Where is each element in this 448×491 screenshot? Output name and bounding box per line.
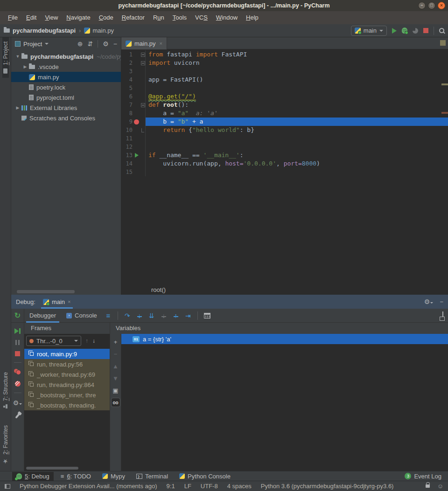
tree-item-poetry-lock[interactable]: poetry.lock [11, 82, 121, 92]
debug-button[interactable] [402, 28, 407, 34]
breakpoint-icon[interactable] [134, 119, 139, 124]
code-line-8[interactable]: 8 a = "a" a: 'a' [121, 109, 448, 118]
tree-item-vscode[interactable]: ▶.vscode [11, 62, 121, 72]
breakpoint-stripe-mark[interactable] [441, 112, 448, 114]
stop-program-icon[interactable] [15, 351, 20, 356]
menu-navigate[interactable]: Navigate [62, 11, 94, 24]
tree-item-pyproject-toml[interactable]: pyproject.toml [11, 92, 121, 103]
breadcrumb-function[interactable]: root() [151, 286, 166, 293]
frame-row[interactable]: _bootstrap_inner, thre [24, 390, 110, 400]
status-segment-0[interactable]: 9:1 [167, 483, 175, 490]
stripe-tab-1-project[interactable]: 1: Project [2, 37, 9, 78]
run-configuration-select[interactable]: main [351, 26, 387, 36]
editor-tab-main-py[interactable]: main.py × [121, 37, 167, 49]
fold-icon[interactable] [141, 103, 145, 107]
chevron-down-icon[interactable] [45, 43, 49, 45]
menu-refactor[interactable]: Refactor [118, 11, 149, 24]
variable-row[interactable]: 01a = {str} 'a' [121, 334, 448, 344]
hide-panel-icon[interactable]: − [440, 298, 443, 305]
tree-item-scratches-and-consoles[interactable]: Scratches and Consoles [11, 113, 121, 123]
horizontal-scrollbar[interactable] [17, 290, 75, 293]
tree-item-external-libraries[interactable]: ▶External Libraries [11, 103, 121, 113]
close-icon[interactable]: × [160, 41, 162, 46]
menu-vcs[interactable]: VCS [191, 11, 212, 24]
minimize-button[interactable]: − [418, 2, 426, 9]
menu-window[interactable]: Window [212, 11, 242, 24]
menu-help[interactable]: Help [242, 11, 263, 24]
debug-tab-console[interactable]: ›Console [61, 309, 102, 323]
resume-program-icon[interactable] [14, 328, 21, 334]
breadcrumb-file[interactable]: main.py [92, 27, 114, 34]
lock-icon[interactable] [426, 484, 430, 488]
fold-icon[interactable] [141, 53, 145, 57]
maximize-button[interactable]: □ [428, 2, 435, 9]
pin-tab-icon[interactable] [15, 413, 20, 419]
evaluate-expression-icon[interactable] [204, 313, 210, 318]
inspections-level-icon[interactable]: ☺ [437, 483, 443, 490]
analysis-status-indicator[interactable] [440, 40, 446, 46]
toolwindow-tab-terminal[interactable]: ❯Terminal [132, 472, 172, 481]
tree-item-pycharmdebugfastapi[interactable]: ▼pycharmdebugfastapi~/code/pycharmdebugf… [11, 51, 121, 62]
stop-button[interactable] [423, 28, 428, 33]
code-line-15[interactable]: 15 [121, 168, 448, 176]
collapse-all-icon[interactable]: ⇵ [88, 40, 93, 48]
code-line-12[interactable]: 12 [121, 143, 448, 151]
code-line-11[interactable]: 11 [121, 134, 448, 143]
hide-panel-icon[interactable]: − [113, 40, 117, 48]
status-segment-3[interactable]: 4 spaces [227, 483, 252, 490]
debug-settings-icon[interactable]: ⚙ [424, 298, 434, 305]
run-button[interactable] [392, 28, 397, 34]
fold-icon[interactable] [141, 61, 145, 65]
pause-program-icon[interactable] [15, 340, 17, 345]
code-line-13[interactable]: 13if __name__ == '__main__': [121, 151, 448, 159]
coverage-button[interactable] [413, 28, 418, 34]
menu-run[interactable]: Run [149, 11, 168, 24]
status-message[interactable]: Python Debugger Extension Avail... (mome… [20, 483, 157, 490]
status-segment-2[interactable]: UTF-8 [201, 483, 218, 490]
threads-view-icon[interactable]: ≡ [102, 311, 114, 319]
toolwindow-tab-mypy[interactable]: Mypy [98, 472, 129, 481]
warning-stripe-mark[interactable] [441, 83, 448, 85]
locate-file-icon[interactable]: ⊕ [77, 40, 83, 48]
code-line-6[interactable]: 6@app.get("/") [121, 92, 448, 101]
menu-code[interactable]: Code [95, 11, 118, 24]
stripe-tab-2-favorites[interactable]: ★2: Favorites [2, 421, 9, 469]
debug-tab-debugger[interactable]: Debugger [24, 309, 61, 323]
step-over-icon[interactable]: ↷ [121, 312, 133, 319]
toolwindow-tab-python-console[interactable]: Python Console [175, 472, 235, 481]
code-line-2[interactable]: 2import uvicorn [121, 59, 448, 67]
code-line-9[interactable]: 9 b = "b" + a [121, 118, 448, 126]
debug-settings-icon[interactable]: ⚙ [13, 399, 22, 407]
close-button[interactable]: × [438, 2, 445, 9]
frame-row[interactable]: run, threading.py:864 [24, 380, 110, 390]
run-to-cursor-icon[interactable]: ⇥ [182, 312, 194, 319]
force-step-into-icon[interactable]: ⇊ [146, 312, 158, 319]
view-breakpoints-icon[interactable] [14, 369, 21, 375]
frame-row[interactable]: root, main.py:9 [24, 349, 110, 359]
status-segment-4[interactable]: Python 3.6 (pycharmdebugfastapi-9cdjtyrg… [261, 483, 394, 490]
frame-row[interactable]: run, thread.py:56 [24, 359, 110, 369]
mute-breakpoints-icon[interactable] [15, 381, 21, 387]
toolwindow-tab-6-todo[interactable]: ≡6: TODO [56, 472, 95, 481]
search-icon[interactable] [439, 28, 444, 33]
rerun-button[interactable]: ↻ [11, 309, 24, 323]
status-segment-1[interactable]: LF [184, 483, 191, 490]
project-panel-title[interactable]: Project [23, 41, 42, 48]
move-watch-down-icon[interactable]: ▼ [112, 374, 120, 382]
menu-edit[interactable]: Edit [22, 11, 41, 24]
code-line-14[interactable]: 14 uvicorn.run(app, host='0.0.0.0', port… [121, 159, 448, 168]
fold-end-icon[interactable] [141, 128, 144, 132]
stripe-tab-7-structure[interactable]: 7: Structure [2, 368, 9, 413]
breadcrumb-project[interactable]: pycharmdebugfastapi [13, 27, 76, 34]
code-line-7[interactable]: 7def root(): [121, 101, 448, 109]
code-line-1[interactable]: 1from fastapi import FastAPI [121, 50, 448, 59]
menu-tools[interactable]: Tools [168, 11, 191, 24]
code-line-10[interactable]: 10 return {"hello world": b} [121, 126, 448, 134]
step-into-my-code-icon[interactable]: ↓ [158, 312, 170, 319]
show-watches-icon[interactable]: oo [112, 398, 120, 407]
move-watch-up-icon[interactable]: ▲ [112, 362, 120, 370]
restore-layout-icon[interactable] [442, 312, 443, 319]
code-area[interactable]: 1from fastapi import FastAPI2import uvic… [121, 49, 448, 284]
horizontal-scrollbar[interactable] [26, 467, 78, 470]
event-log-button[interactable]: 3 Event Log [405, 473, 441, 480]
